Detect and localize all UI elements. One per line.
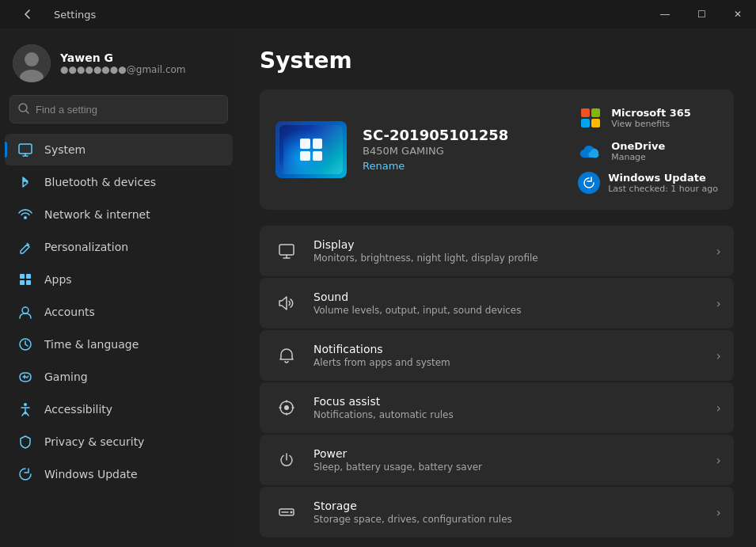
svg-rect-9 [26,280,31,285]
sidebar-label-network: Network & internet [44,208,150,221]
focus-chevron: › [716,401,721,416]
accounts-icon [17,304,33,320]
settings-list: Display Monitors, brightness, night ligh… [260,226,734,538]
microsoft365-service[interactable]: Microsoft 365 View benefits [578,105,718,131]
settings-item-notifications[interactable]: Notifications Alerts from apps and syste… [260,330,734,381]
minimize-button[interactable]: — [647,0,683,28]
sidebar-item-bluetooth[interactable]: Bluetooth & devices [5,166,233,198]
user-profile[interactable]: Yawen G ●●●●●●●●@gmail.com [0,28,237,95]
onedrive-service[interactable]: OneDrive Manage [578,139,718,164]
svg-point-12 [28,376,29,378]
sidebar: Yawen G ●●●●●●●●@gmail.com [0,28,237,547]
sidebar-item-apps[interactable]: Apps [5,264,233,295]
display-text: Display Monitors, brightness, night ligh… [313,238,704,264]
bluetooth-icon [17,174,33,190]
microsoft365-sub: View benefits [611,119,691,129]
sidebar-label-accessibility: Accessibility [44,403,112,416]
svg-rect-4 [19,144,32,154]
sidebar-item-network[interactable]: Network & internet [5,199,233,230]
notifications-chevron: › [716,348,721,363]
device-image [275,121,347,178]
settings-item-display[interactable]: Display Monitors, brightness, night ligh… [260,226,734,276]
focus-title: Focus assist [313,395,704,408]
close-button[interactable]: ✕ [720,0,756,28]
storage-icon [272,498,301,526]
sidebar-nav: System Bluetooth & devices [0,133,237,491]
sidebar-item-privacy[interactable]: Privacy & security [5,426,233,458]
display-icon [272,237,301,265]
onedrive-text: OneDrive Manage [611,140,665,162]
power-desc: Sleep, battery usage, battery saver [313,462,704,473]
microsoft365-name: Microsoft 365 [611,107,691,119]
windows-update-text: Windows Update Last checked: 1 hour ago [608,172,718,194]
focus-text: Focus assist Notifications, automatic ru… [313,395,704,420]
settings-item-focus[interactable]: Focus assist Notifications, automatic ru… [260,382,734,433]
sidebar-label-accounts: Accounts [44,306,95,318]
search-input[interactable] [36,104,219,116]
user-name: Yawen G [60,51,186,64]
sidebar-item-system[interactable]: System [5,134,233,165]
sidebar-label-time: Time & language [44,338,139,351]
sidebar-item-update[interactable]: Windows Update [5,458,233,490]
svg-rect-15 [279,245,294,255]
device-section: SC-201905101258 B450M GAMING Rename [260,89,734,210]
sidebar-item-accessibility[interactable]: Accessibility [5,393,233,425]
storage-chevron: › [716,505,721,520]
main-content: System SC-201905101258 B4 [237,28,756,547]
onedrive-icon [578,139,603,164]
update-icon [17,466,33,482]
personalization-icon [17,239,33,255]
titlebar: Settings — ☐ ✕ [0,0,756,28]
maximize-button[interactable]: ☐ [683,0,720,28]
onedrive-sub: Manage [611,152,665,162]
onedrive-name: OneDrive [611,140,665,152]
sound-icon [272,289,301,317]
accessibility-icon [17,401,33,417]
sidebar-item-personalization[interactable]: Personalization [5,231,233,263]
sidebar-label-update: Windows Update [44,468,138,481]
sidebar-label-bluetooth: Bluetooth & devices [44,176,156,188]
sound-text: Sound Volume levels, output, input, soun… [313,291,704,316]
display-title: Display [313,238,704,251]
notifications-icon [272,341,301,370]
power-text: Power Sleep, battery usage, battery save… [313,447,704,473]
storage-title: Storage [313,500,704,512]
svg-point-14 [24,403,27,406]
settings-item-storage[interactable]: Storage Storage space, drives, configura… [260,487,734,538]
windows-update-service[interactable]: Windows Update Last checked: 1 hour ago [578,172,718,194]
network-icon [17,207,33,222]
microsoft365-text: Microsoft 365 View benefits [611,107,691,129]
svg-point-19 [291,511,293,514]
device-info: SC-201905101258 B450M GAMING Rename [363,127,562,173]
time-icon [17,336,33,352]
svg-rect-6 [20,274,25,279]
back-button[interactable] [9,0,46,28]
svg-rect-8 [20,280,25,285]
power-chevron: › [716,453,721,468]
settings-item-sound[interactable]: Sound Volume levels, output, input, soun… [260,278,734,329]
power-icon [272,446,301,474]
focus-desc: Notifications, automatic rules [313,409,704,420]
sidebar-item-accounts[interactable]: Accounts [5,296,233,328]
device-services: Microsoft 365 View benefits OneDrive [578,105,718,194]
svg-point-17 [284,405,289,410]
microsoft365-icon [578,105,603,131]
titlebar-left: Settings [9,0,96,28]
sidebar-item-gaming[interactable]: Gaming [5,361,233,393]
app-body: Yawen G ●●●●●●●●@gmail.com [0,28,756,547]
svg-point-5 [24,216,27,219]
svg-point-13 [26,377,28,378]
search-box[interactable] [9,95,228,123]
search-icon [18,103,29,116]
avatar [13,44,51,82]
rename-button[interactable]: Rename [363,160,405,172]
notifications-text: Notifications Alerts from apps and syste… [313,343,704,368]
sound-desc: Volume levels, output, input, sound devi… [313,305,704,316]
svg-rect-7 [26,274,31,279]
sidebar-item-time[interactable]: Time & language [5,329,233,360]
notifications-title: Notifications [313,343,704,355]
settings-item-power[interactable]: Power Sleep, battery usage, battery save… [260,435,734,485]
user-email: ●●●●●●●●@gmail.com [60,64,186,75]
sidebar-label-apps: Apps [44,273,72,286]
focus-icon [272,393,301,422]
